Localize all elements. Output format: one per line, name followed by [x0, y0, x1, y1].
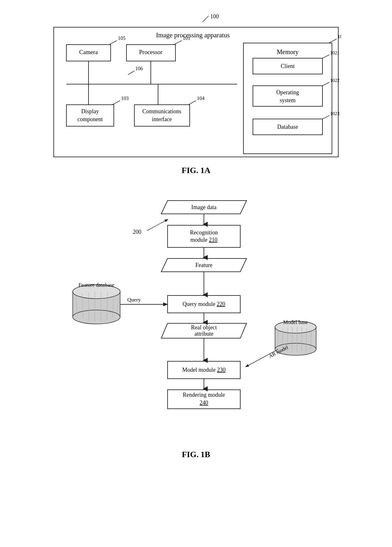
os-label-line1: Operating — [276, 89, 299, 96]
comm-label-line2: interface — [152, 116, 172, 122]
db-ref: 1023 — [330, 111, 340, 116]
fig1a-ref-label: 100 — [210, 13, 219, 20]
svg-rect-27 — [168, 225, 240, 247]
svg-line-3 — [109, 40, 117, 45]
rendering-label-line1: Rendering module — [183, 392, 225, 398]
bus-ref: 106 — [135, 66, 143, 71]
processor-ref: 101 — [183, 35, 190, 41]
query-label: Query — [127, 297, 141, 303]
rendering-ref: 240 — [200, 400, 208, 406]
svg-line-15 — [188, 101, 196, 105]
os-label-line2: system — [280, 97, 296, 103]
camera-label: Camera — [79, 49, 98, 55]
feature-label: Feature — [195, 262, 212, 268]
recognition-label-line2: module 210 — [190, 237, 217, 243]
db-label: Database — [277, 124, 298, 130]
memory-ref: 102 — [338, 34, 341, 39]
fig1b-section: 200 Image data Recognit — [19, 191, 373, 469]
camera-ref: 105 — [118, 35, 126, 41]
query-module-label: Query module 220 — [183, 301, 225, 307]
svg-line-0 — [202, 16, 209, 22]
real-obj-label-line2: attribute — [194, 331, 213, 337]
svg-point-34 — [73, 310, 120, 324]
svg-line-21 — [322, 82, 329, 86]
comm-ref: 104 — [197, 96, 205, 101]
client-label: Client — [281, 63, 295, 69]
recognition-label-line1: Recognition — [190, 229, 218, 236]
memory-title: Memory — [277, 48, 299, 56]
fig1b-diagram: 200 Image data Recognit — [51, 191, 341, 444]
svg-line-19 — [322, 55, 329, 58]
feature-db-label: Feature database — [78, 282, 114, 288]
ref-200: 200 — [133, 229, 141, 235]
fig1a-section: 100 Image processing apparatus Camera 10… — [19, 13, 373, 185]
svg-line-23 — [322, 115, 329, 119]
fig1b-label: FIG. 1B — [182, 450, 210, 459]
os-ref: 1022 — [330, 78, 340, 83]
model-base-label: Model base — [283, 319, 308, 325]
real-obj-label-line1: Real object — [191, 324, 217, 331]
display-label-line1: Display — [81, 108, 99, 115]
client-ref: 1021 — [330, 50, 340, 55]
display-ref: 103 — [121, 96, 129, 101]
model-module-label: Model module 230 — [182, 367, 226, 373]
fig1a-label: FIG. 1A — [182, 166, 211, 175]
svg-line-13 — [112, 101, 120, 105]
fig1a-diagram: Image processing apparatus Camera 105 Pr… — [51, 24, 341, 160]
display-label-line2: component — [77, 116, 103, 122]
apparatus-title: Image processing apparatus — [156, 31, 230, 39]
image-data-label: Image data — [191, 204, 216, 210]
svg-line-24 — [147, 220, 168, 231]
svg-line-5 — [174, 40, 182, 45]
svg-line-17 — [329, 39, 337, 43]
processor-label: Processor — [139, 49, 163, 55]
comm-label-line1: Communications — [143, 108, 181, 115]
svg-line-9 — [128, 71, 134, 75]
fig1a-ref-svg: 100 — [51, 13, 341, 24]
